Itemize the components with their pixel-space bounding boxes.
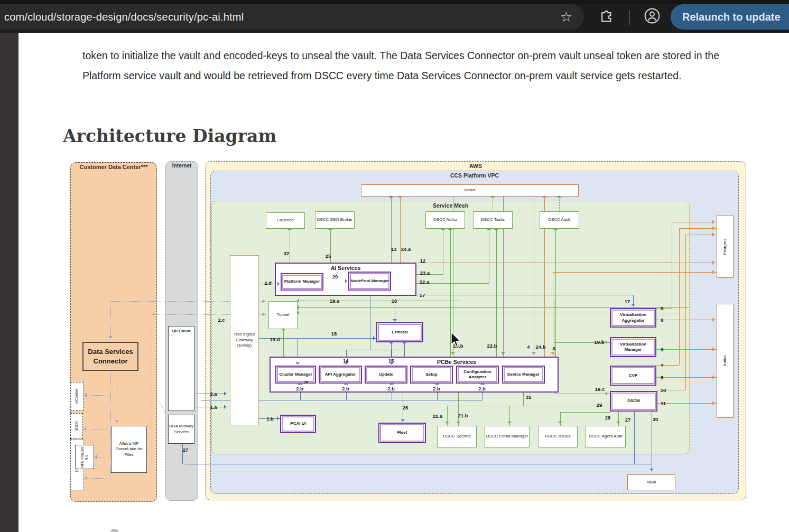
mouse-cursor	[451, 332, 461, 348]
browser-toolbar: com/cloud/storage-design/docs/security/p…	[0, 0, 789, 33]
extensions-icon[interactable]	[599, 7, 615, 23]
edge-label: 16	[392, 298, 397, 304]
bookmark-star-icon[interactable]: ☆	[560, 8, 572, 26]
arrowhead	[480, 380, 485, 385]
edge-label: 5	[661, 305, 663, 311]
arrowhead	[712, 270, 717, 274]
relaunch-to-update-button[interactable]: Relaunch to update	[671, 4, 789, 30]
address-bar[interactable]: com/cloud/storage-design/docs/security/p…	[0, 4, 584, 30]
connector-line	[458, 393, 459, 426]
node-cadence: Cadence	[266, 212, 305, 229]
edge-label: 7	[661, 362, 663, 368]
arrowhead	[532, 352, 536, 357]
node-nodepool-mgr: NodePool Manager	[348, 272, 391, 291]
arrowhead	[712, 226, 717, 230]
node-tasks: DSCC Tasks	[473, 211, 513, 229]
arrowhead	[448, 226, 452, 230]
node-agent-auth: DSCC Agent Auth	[586, 426, 626, 447]
connector-line	[554, 394, 610, 394]
connector-line	[370, 291, 370, 350]
arrowhead	[542, 193, 546, 198]
arrowhead	[287, 226, 292, 230]
connector-line	[185, 464, 652, 464]
node-ezmeral: Ezmeral	[376, 322, 423, 342]
arrowhead	[507, 422, 512, 426]
node-alletra: Alletra MP GreenLake for Files	[111, 426, 147, 473]
node-virt-agg: Virtualization Aggregator	[610, 308, 656, 328]
edge-label: 19.c	[595, 386, 605, 392]
arrowhead	[551, 352, 555, 357]
node-api-agg: API Aggregator	[319, 366, 362, 384]
arrowhead	[712, 260, 717, 265]
connector-line	[400, 197, 401, 263]
edge-label: 17	[625, 298, 630, 304]
edge-label: 26	[304, 380, 308, 384]
connector-line	[299, 301, 459, 301]
node-pcai-ui: PCAI UI	[280, 415, 316, 433]
arrowhead	[435, 380, 439, 385]
arrowhead	[402, 339, 406, 343]
arrowhead	[712, 220, 717, 224]
connector-line	[656, 349, 717, 350]
arrowhead	[401, 419, 405, 424]
arrowhead	[649, 469, 654, 473]
arrowhead	[631, 304, 635, 308]
profile-icon[interactable]	[644, 7, 661, 24]
connector-line	[117, 371, 117, 424]
edge-label: 27	[183, 447, 189, 453]
arrowhead	[92, 455, 97, 459]
arrowhead	[295, 305, 299, 310]
node-kafka-right: Kafka	[717, 304, 734, 418]
edge-label: 2.a	[210, 391, 217, 397]
connector-line	[110, 301, 111, 339]
edge-label: 22.b	[487, 343, 497, 349]
edge-label: 13	[391, 246, 397, 252]
arrowhead	[83, 476, 87, 480]
arrowhead	[115, 421, 119, 425]
arrowhead	[295, 298, 299, 303]
node-ui-client: UI/ Client	[168, 326, 194, 411]
region-label: Customer Data Center***	[80, 164, 148, 170]
node-setup: Setup	[410, 366, 453, 384]
arrowhead	[108, 336, 113, 340]
arrowhead	[263, 312, 267, 316]
edge-label: 18	[331, 331, 337, 337]
node-config-analyzer: Configuration Analyzer	[456, 366, 499, 384]
arrowhead	[398, 193, 402, 198]
edge-label: 32	[284, 250, 290, 256]
connector-line	[84, 478, 110, 479]
arrowhead	[558, 422, 562, 426]
edge-label: 25	[326, 253, 331, 259]
arrowhead	[224, 405, 228, 409]
edge-label: 2.b	[296, 386, 303, 391]
arrowhead	[393, 319, 397, 323]
connector-line	[685, 235, 686, 390]
edge-label: 22.a	[420, 279, 430, 285]
arrowhead	[224, 391, 228, 396]
node-cvp: CVP	[610, 366, 656, 386]
edge-label: 21.b	[458, 413, 468, 418]
arrowhead	[501, 352, 505, 357]
edge-label: 2.b	[387, 386, 395, 391]
connector-line	[559, 197, 560, 211]
region-label: Internet	[172, 163, 192, 169]
edge-label: 19.d	[270, 337, 280, 342]
node-platform-mgr: Platform Manager	[281, 273, 323, 291]
node-hpe: HPE ProLiant 8.0	[75, 445, 94, 469]
url-text[interactable]: com/cloud/storage-design/docs/security/p…	[4, 11, 244, 23]
tab-strip	[0, 0, 789, 4]
region-label: CCS Platform VPC	[450, 172, 499, 179]
arrowhead	[298, 380, 302, 385]
node-update: Update	[365, 366, 407, 384]
edge-label: 19.b	[594, 339, 604, 345]
arrowhead	[445, 422, 449, 426]
connector-line	[509, 406, 610, 406]
arrowhead	[606, 340, 610, 344]
arrowhead	[345, 279, 349, 283]
edge-label: 27	[625, 417, 631, 423]
node-esxi: ESXi	[70, 413, 83, 438]
region-label: Service Mesh	[433, 202, 468, 209]
edge-label: 2.d	[264, 280, 272, 286]
arrowhead	[263, 299, 267, 303]
edge-label: 3	[552, 346, 555, 351]
